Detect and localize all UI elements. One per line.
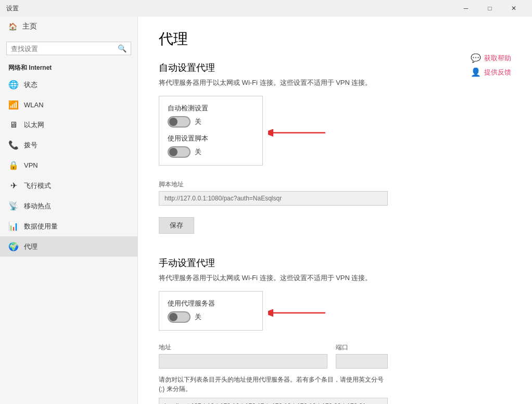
use-script-value: 关 bbox=[195, 147, 201, 157]
use-script-label: 使用设置脚本 bbox=[168, 134, 254, 143]
auto-proxy-section: 自动设置代理 将代理服务器用于以太网或 Wi-Fi 连接。这些设置不适用于 VP… bbox=[159, 61, 511, 246]
maximize-button[interactable]: □ bbox=[478, 0, 502, 17]
wlan-icon: 📶 bbox=[8, 100, 19, 110]
sidebar-item-data[interactable]: 📊 数据使用量 bbox=[0, 216, 137, 236]
use-proxy-toggle-row: 关 bbox=[168, 311, 254, 323]
app-body: 🏠 主页 🔍 网络和 Internet 🌐 状态 📶 WLAN 🖥 以太网 📞 … bbox=[0, 17, 532, 404]
use-script-toggle-row: 关 bbox=[168, 146, 254, 158]
sidebar-item-hotspot[interactable]: 📡 移动热点 bbox=[0, 196, 137, 216]
minimize-button[interactable]: ─ bbox=[454, 0, 478, 17]
exclusion-box[interactable]: localhost;127.*;10.*;172.16.*;172.17.*; … bbox=[159, 398, 388, 404]
sidebar-item-vpn[interactable]: 🔒 VPN bbox=[0, 155, 137, 175]
sidebar-item-label: 拨号 bbox=[24, 141, 37, 150]
manual-proxy-section: 手动设置代理 将代理服务器用于以太网或 Wi-Fi 连接。这些设置不适用于 VP… bbox=[159, 257, 511, 404]
sidebar-item-airplane[interactable]: ✈ 飞行模式 bbox=[0, 175, 137, 196]
use-proxy-value: 关 bbox=[195, 312, 201, 322]
sidebar-section-label: 网络和 Internet bbox=[0, 59, 137, 74]
use-proxy-label: 使用代理服务器 bbox=[168, 299, 254, 308]
port-label: 端口 bbox=[336, 343, 388, 352]
sidebar-item-label: 以太网 bbox=[24, 120, 44, 130]
ethernet-icon: 🖥 bbox=[8, 120, 19, 130]
titlebar: 设置 ─ □ ✕ bbox=[0, 0, 532, 17]
arrow-manual bbox=[268, 305, 331, 321]
port-field-wrapper: 端口 bbox=[336, 343, 388, 369]
sidebar-search-box[interactable]: 🔍 bbox=[6, 42, 131, 55]
sidebar-item-label: 飞行模式 bbox=[24, 181, 51, 191]
feedback-icon: 👤 bbox=[471, 67, 481, 77]
use-script-toggle[interactable] bbox=[168, 146, 191, 158]
auto-section-title: 自动设置代理 bbox=[159, 61, 511, 74]
search-input[interactable] bbox=[11, 45, 115, 53]
sidebar-item-dial[interactable]: 📞 拨号 bbox=[0, 135, 137, 155]
search-icon: 🔍 bbox=[118, 44, 126, 53]
script-url-input[interactable] bbox=[159, 191, 388, 206]
airplane-icon: ✈ bbox=[8, 181, 19, 191]
page-title: 代理 bbox=[159, 29, 511, 49]
addr-label: 地址 bbox=[159, 343, 327, 352]
sidebar-item-status[interactable]: 🌐 状态 bbox=[0, 74, 137, 95]
sidebar-item-wlan[interactable]: 📶 WLAN bbox=[0, 95, 137, 115]
url-field-label: 脚本地址 bbox=[159, 180, 511, 189]
proxy-icon: 🌍 bbox=[8, 242, 19, 251]
auto-detect-label: 自动检测设置 bbox=[168, 104, 254, 113]
manual-settings-box: 使用代理服务器 关 bbox=[159, 291, 263, 331]
exclusion-note: 请勿对以下列表条目开头的地址使用代理服务器。若有多个条目，请使用英文分号 (;)… bbox=[159, 375, 388, 394]
home-icon: 🏠 bbox=[8, 22, 17, 31]
auto-section-desc: 将代理服务器用于以太网或 Wi-Fi 连接。这些设置不适用于 VPN 连接。 bbox=[159, 78, 511, 87]
sidebar-item-label: WLAN bbox=[24, 101, 44, 109]
help-panel: 💬 获取帮助 👤 提供反馈 bbox=[471, 53, 511, 77]
data-icon: 📊 bbox=[8, 221, 19, 231]
sidebar-item-proxy[interactable]: 🌍 代理 bbox=[0, 236, 137, 257]
help-icon: 💬 bbox=[471, 53, 481, 63]
auto-detect-toggle[interactable] bbox=[168, 116, 191, 128]
get-help-link[interactable]: 💬 获取帮助 bbox=[471, 53, 511, 63]
manual-section-title: 手动设置代理 bbox=[159, 257, 511, 269]
auto-detect-value: 关 bbox=[195, 117, 201, 127]
address-field-wrapper: 地址 bbox=[159, 343, 327, 369]
sidebar-home-label: 主页 bbox=[22, 22, 37, 31]
use-proxy-toggle[interactable] bbox=[168, 311, 191, 323]
sidebar-item-label: 状态 bbox=[24, 80, 37, 90]
feedback-label: 提供反馈 bbox=[484, 68, 511, 77]
sidebar-item-label: VPN bbox=[24, 161, 38, 169]
arrow-auto bbox=[268, 125, 331, 141]
manual-section-desc: 将代理服务器用于以太网或 Wi-Fi 连接。这些设置不适用于 VPN 连接。 bbox=[159, 273, 511, 283]
vpn-icon: 🔒 bbox=[8, 160, 19, 170]
auto-settings-box: 自动检测设置 关 使用设置脚本 关 bbox=[159, 96, 263, 166]
hotspot-icon: 📡 bbox=[8, 201, 19, 211]
sidebar-item-label: 移动热点 bbox=[24, 201, 51, 211]
auto-save-button[interactable]: 保存 bbox=[159, 217, 194, 234]
sidebar-item-home[interactable]: 🏠 主页 bbox=[0, 17, 137, 36]
close-button[interactable]: ✕ bbox=[502, 0, 526, 17]
titlebar-title: 设置 bbox=[6, 4, 19, 13]
titlebar-controls: ─ □ ✕ bbox=[454, 0, 526, 17]
feedback-link[interactable]: 👤 提供反馈 bbox=[471, 67, 511, 77]
get-help-label: 获取帮助 bbox=[484, 54, 511, 63]
sidebar: 🏠 主页 🔍 网络和 Internet 🌐 状态 📶 WLAN 🖥 以太网 📞 … bbox=[0, 17, 138, 404]
main-content: 💬 获取帮助 👤 提供反馈 代理 自动设置代理 将代理服务器用于以太网或 Wi-… bbox=[138, 17, 532, 404]
auto-detect-toggle-row: 关 bbox=[168, 116, 254, 128]
addr-input[interactable] bbox=[159, 354, 327, 369]
sidebar-item-label: 数据使用量 bbox=[24, 222, 58, 231]
sidebar-item-label: 代理 bbox=[24, 242, 37, 251]
sidebar-item-ethernet[interactable]: 🖥 以太网 bbox=[0, 115, 137, 135]
dial-icon: 📞 bbox=[8, 140, 19, 150]
status-icon: 🌐 bbox=[8, 80, 19, 90]
port-input[interactable] bbox=[336, 354, 388, 369]
